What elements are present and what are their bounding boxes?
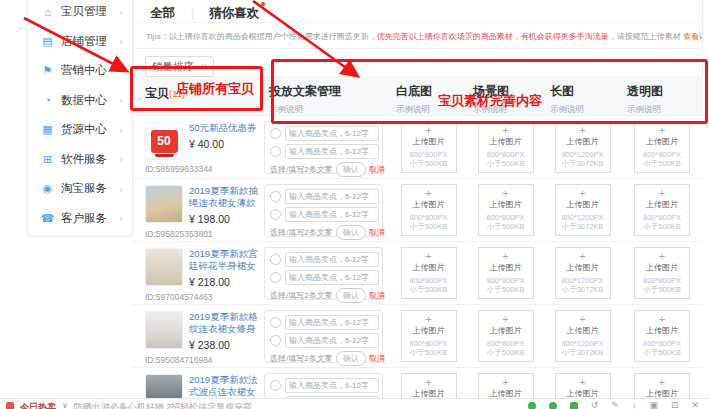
upload-label: 上传图片 — [556, 263, 610, 273]
upload-size-hint: 800*800PX小于500KB — [479, 150, 533, 168]
upload-image-button[interactable]: +上传图片800*800PX小于500KB — [634, 247, 690, 299]
selling-point-checkbox[interactable] — [270, 335, 281, 346]
product-thumbnail[interactable] — [145, 185, 183, 223]
sidebar-item-货源中心[interactable]: ▦货源中心› — [28, 115, 132, 145]
confirm-button[interactable]: 确认 — [336, 288, 366, 303]
product-thumbnail[interactable]: 50 — [145, 122, 183, 160]
selling-point-checkbox[interactable] — [270, 191, 281, 202]
sidebar-item-数据中心[interactable]: ◔数据中心› — [28, 86, 132, 116]
product-title-link[interactable]: 2019夏季新款宫廷碎花半身裙女中长款显瘦白 — [189, 248, 258, 272]
copywriting-cell: 选择/填写2条文案确认取消 — [262, 116, 390, 178]
selling-point-input[interactable] — [285, 315, 379, 330]
upload-size-hint: 800*1200PX小于3072KB — [556, 276, 610, 294]
upload-label: 上传图片 — [556, 137, 610, 147]
sort-select[interactable]: 销量排序 ∨ — [145, 56, 214, 77]
selling-point-checkbox[interactable] — [270, 128, 281, 139]
teaser-link[interactable]: 防晒出游必备心机好物 2招轻松搞定显瘦穿搭 — [74, 401, 253, 409]
status-green-icon[interactable] — [528, 402, 536, 409]
product-title-link[interactable]: 2019夏季新款格纹连衣裙女修身显瘦小众网红 — [189, 311, 258, 335]
overlay-icon[interactable]: ⊡ — [671, 401, 679, 409]
sidebar-item-店铺管理[interactable]: ▤店铺管理› — [28, 27, 132, 57]
chevron-right-icon: › — [119, 153, 123, 165]
selling-point-input[interactable] — [285, 126, 379, 141]
upload-cell-long: +上传图片800*1200PX小于3072KB — [544, 242, 621, 304]
product-thumbnail[interactable] — [145, 311, 183, 349]
undo-icon[interactable]: ↺ — [591, 401, 599, 409]
upload-image-button[interactable]: +上传图片800*800PX小于500KB — [478, 121, 534, 173]
selling-point-input[interactable] — [285, 144, 379, 159]
sidebar-item-label: 数据中心 — [61, 93, 107, 108]
upload-image-button[interactable]: +上传图片800*800PX小于500KB — [478, 310, 534, 362]
cancel-button[interactable]: 取消 — [369, 164, 385, 175]
upload-image-button[interactable]: +上传图片800*800PX小于500KB — [401, 121, 457, 173]
plus-icon: + — [402, 124, 456, 137]
plus-icon: + — [479, 376, 533, 389]
close-icon[interactable]: ✕ — [691, 401, 699, 409]
confirm-button[interactable]: 确认 — [336, 225, 366, 240]
sidebar-item-客户服务[interactable]: ☎客户服务› — [28, 204, 132, 234]
status2-green-icon[interactable] — [549, 402, 557, 409]
selling-point-checkbox[interactable] — [270, 317, 281, 328]
example-link[interactable]: 示例说明 — [473, 104, 544, 116]
product-title-link[interactable]: 2019夏季新款法式波点连衣裙女中长款复古显瘦 — [189, 374, 258, 398]
upload-image-button[interactable]: +上传图片800*800PX小于500KB — [478, 184, 534, 236]
product-price: ¥ 198.00 — [189, 213, 258, 225]
example-link[interactable]: 示例说明 — [627, 104, 703, 116]
upload-image-button[interactable]: +上传图片800*1200PX小于3072KB — [555, 184, 611, 236]
upload-size-hint: 800*1200PX小于3072KB — [556, 150, 610, 168]
selling-point-checkbox[interactable] — [270, 146, 281, 157]
upload-label: 上传图片 — [402, 326, 456, 336]
selling-point-input[interactable] — [285, 189, 379, 204]
copy-hint: 选择/填写2条文案 — [270, 353, 333, 364]
upload-image-button[interactable]: +上传图片800*800PX小于500KB — [634, 310, 690, 362]
capture-green-icon[interactable] — [570, 402, 578, 409]
selling-point-input[interactable] — [285, 252, 379, 267]
sidebar-item-淘宝服务[interactable]: ◉淘宝服务› — [28, 174, 132, 204]
selling-point-input[interactable] — [285, 207, 379, 222]
upload-image-button[interactable]: +上传图片800*800PX小于500KB — [401, 184, 457, 236]
selling-point-checkbox[interactable] — [270, 380, 281, 391]
tab-all[interactable]: 全部 — [150, 5, 175, 22]
upload-label: 上传图片 — [635, 137, 689, 147]
upload-image-button[interactable]: +上传图片800*1200PX小于3072KB — [555, 121, 611, 173]
plus-icon: + — [556, 124, 610, 137]
selling-point-input[interactable] — [285, 333, 379, 348]
edit-icon[interactable]: ✎ — [611, 401, 619, 409]
product-title-link[interactable]: 50元新品优惠券 — [189, 122, 257, 134]
selling-point-input[interactable] — [285, 378, 379, 393]
selling-point-checkbox[interactable] — [270, 254, 281, 265]
tab-guess-you-like[interactable]: 猜你喜欢 — [209, 5, 259, 22]
plus-icon: + — [635, 376, 689, 389]
upload-image-button[interactable]: +上传图片800*800PX小于500KB — [401, 310, 457, 362]
upload-size-hint: 800*1200PX小于3072KB — [556, 213, 610, 231]
upload-size-hint: 800*800PX小于500KB — [402, 150, 456, 168]
upload-image-button[interactable]: +上传图片800*1200PX小于3072KB — [555, 247, 611, 299]
upload-label: 上传图片 — [402, 263, 456, 273]
upload-image-button[interactable]: +上传图片800*800PX小于500KB — [478, 247, 534, 299]
product-title-link[interactable]: 2019夏季新款抽绳连衣裙女薄款短袖T恤中长款 — [189, 185, 258, 209]
sidebar-item-软件服务[interactable]: ⊞软件服务› — [28, 145, 132, 175]
view-details-link[interactable]: 查看详情> — [683, 32, 702, 41]
confirm-button[interactable]: 确认 — [336, 162, 366, 177]
cancel-button[interactable]: 取消 — [369, 290, 385, 301]
upload-image-button[interactable]: +上传图片800*800PX小于500KB — [634, 184, 690, 236]
sidebar-item-营销中心[interactable]: ⚑营销中心 — [28, 56, 132, 86]
sidebar-item-宝贝管理[interactable]: ⌂宝贝管理› — [28, 0, 132, 27]
selling-point-input[interactable] — [285, 270, 379, 285]
upload-image-button[interactable]: +上传图片800*800PX小于500KB — [634, 121, 690, 173]
cancel-button[interactable]: 取消 — [369, 227, 385, 238]
selling-point-checkbox[interactable] — [270, 272, 281, 283]
cancel-button[interactable]: 取消 — [369, 353, 385, 364]
col-header-transparent: 透明图 示例说明 — [621, 76, 703, 116]
selling-point-checkbox[interactable] — [270, 209, 281, 220]
confirm-button[interactable]: 确认 — [336, 351, 366, 366]
window-icon[interactable]: ▣ — [649, 401, 658, 409]
product-thumbnail[interactable] — [145, 248, 183, 286]
example-link[interactable]: 示例说明 — [396, 104, 467, 116]
download-icon[interactable]: ↓ — [632, 401, 637, 409]
example-link[interactable]: 示例说明 — [550, 104, 621, 116]
upload-image-button[interactable]: +上传图片800*800PX小于500KB — [401, 247, 457, 299]
hot-label[interactable]: 今日热卖 — [20, 401, 56, 409]
upload-image-button[interactable]: +上传图片800*1200PX小于3072KB — [555, 310, 611, 362]
example-link[interactable]: 示例说明 — [269, 104, 390, 116]
